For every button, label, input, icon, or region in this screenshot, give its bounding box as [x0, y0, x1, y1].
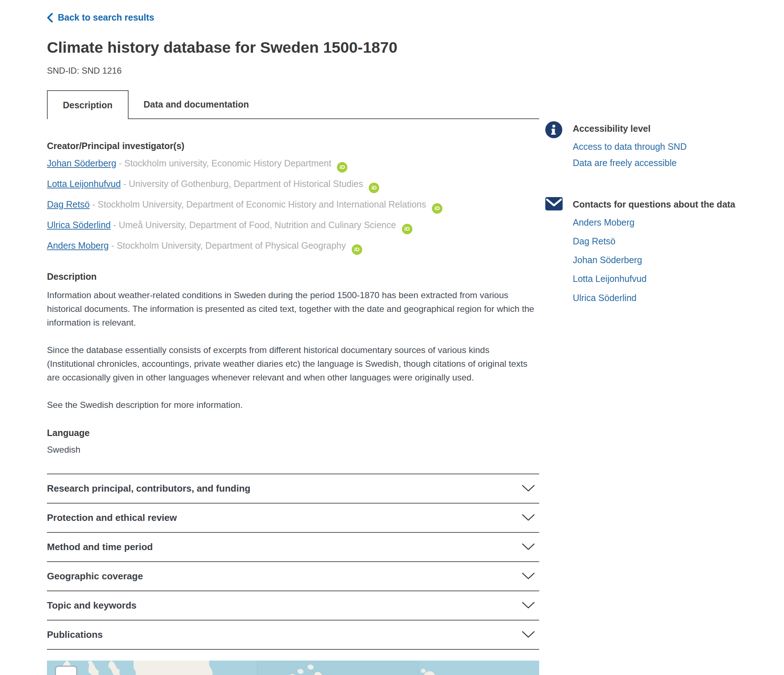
creator-link[interactable]: Ulrica Söderlind	[47, 220, 110, 230]
map-canvas	[47, 661, 539, 675]
contact-link[interactable]: Lotta Leijonhufvud	[573, 273, 735, 284]
accordion-protection-ethical-review[interactable]: Protection and ethical review	[47, 503, 539, 532]
main-content: Back to search results Climate history d…	[47, 0, 539, 675]
contacts-heading: Contacts for questions about the data	[573, 199, 735, 210]
tab-bar-filler	[264, 90, 539, 119]
accordion-research-principal[interactable]: Research principal, contributors, and fu…	[47, 473, 539, 503]
accessibility-block: Accessibility level Access to data throu…	[545, 121, 769, 174]
tab-description[interactable]: Description	[47, 90, 129, 119]
language-value: Swedish	[47, 445, 539, 455]
creator-affiliation: - Stockholm University, Department of Ec…	[92, 199, 426, 209]
page-title: Climate history database for Sweden 1500…	[47, 39, 539, 56]
map-zoom-in-button[interactable]: +	[56, 667, 76, 675]
description-paragraph: Since the database essentially consists …	[47, 343, 539, 385]
geographic-coverage-map[interactable]: + −	[47, 661, 539, 675]
access-through-snd-link[interactable]: Access to data through SND	[573, 141, 686, 152]
orcid-icon[interactable]: iD	[369, 183, 379, 193]
language-heading: Language	[47, 428, 539, 438]
language-section: Language Swedish	[47, 428, 539, 455]
accordion-method-time-period[interactable]: Method and time period	[47, 532, 539, 561]
creator-affiliation: - Umeå University, Department of Food, N…	[113, 220, 396, 230]
chevron-down-icon	[522, 514, 535, 521]
creator-affiliation: - University of Gothenburg, Department o…	[123, 178, 363, 189]
creator-row: Lotta Leijonhufvud - University of Gothe…	[47, 178, 539, 193]
orcid-icon[interactable]: iD	[432, 203, 442, 214]
description-paragraph: Information about weather-related condit…	[47, 289, 539, 330]
description-paragraph: See the Swedish description for more inf…	[47, 398, 539, 412]
chevron-down-icon	[522, 573, 535, 580]
accordion-label: Geographic coverage	[47, 571, 143, 582]
data-freely-accessible-link[interactable]: Data are freely accessible	[573, 157, 686, 169]
creator-link[interactable]: Johan Söderberg	[47, 158, 116, 168]
accordion-publications[interactable]: Publications	[47, 620, 539, 650]
creators-section: Creator/Principal investigator(s) Johan …	[47, 141, 539, 254]
description-heading: Description	[47, 272, 539, 282]
accordion-label: Publications	[47, 629, 103, 640]
tab-bar: Description Data and documentation	[47, 90, 539, 119]
chevron-down-icon	[522, 485, 535, 492]
creators-heading: Creator/Principal investigator(s)	[47, 141, 539, 151]
info-icon	[545, 121, 563, 174]
accordion-label: Method and time period	[47, 542, 153, 552]
accessibility-heading: Accessibility level	[573, 123, 686, 134]
creator-affiliation: - Stockholm University, Department of Ph…	[111, 241, 346, 250]
creator-row: Dag Retsö - Stockholm University, Depart…	[47, 199, 539, 214]
map-zoom-control: + −	[55, 666, 77, 675]
contact-link[interactable]: Johan Söderberg	[573, 254, 735, 266]
chevron-down-icon	[522, 602, 535, 609]
creator-row: Johan Söderberg - Stockholm university, …	[47, 158, 539, 172]
chevron-down-icon	[522, 631, 535, 639]
orcid-icon[interactable]: iD	[352, 244, 362, 255]
contacts-content: Contacts for questions about the data An…	[573, 197, 735, 311]
back-to-search-link[interactable]: Back to search results	[47, 12, 154, 23]
chevron-down-icon	[522, 543, 535, 551]
contacts-block: Contacts for questions about the data An…	[545, 197, 769, 311]
contact-link[interactable]: Dag Retsö	[573, 236, 735, 247]
creator-link[interactable]: Dag Retsö	[47, 199, 90, 209]
accordion-topic-keywords[interactable]: Topic and keywords	[47, 591, 539, 620]
tab-data-and-documentation[interactable]: Data and documentation	[129, 90, 264, 119]
creator-affiliation: - Stockholm university, Economic History…	[119, 158, 331, 168]
contact-link[interactable]: Ulrica Söderlind	[573, 292, 735, 304]
accordion-list: Research principal, contributors, and fu…	[47, 473, 539, 650]
accordion-label: Research principal, contributors, and fu…	[47, 483, 250, 494]
orcid-icon[interactable]: iD	[402, 224, 412, 234]
creator-row: Anders Moberg - Stockholm University, De…	[47, 240, 539, 255]
back-link-label: Back to search results	[58, 12, 154, 23]
sidebar: Accessibility level Access to data throu…	[545, 121, 769, 334]
chevron-left-icon	[47, 13, 53, 22]
creator-row: Ulrica Söderlind - Umeå University, Depa…	[47, 219, 539, 234]
accessibility-content: Accessibility level Access to data throu…	[573, 121, 686, 174]
creator-link[interactable]: Anders Moberg	[47, 241, 109, 250]
creator-link[interactable]: Lotta Leijonhufvud	[47, 178, 121, 189]
orcid-icon[interactable]: iD	[337, 162, 347, 172]
accordion-label: Topic and keywords	[47, 600, 137, 611]
description-section: Description Information about weather-re…	[47, 272, 539, 412]
snd-id-label: SND-ID: SND 1216	[47, 66, 539, 76]
accordion-geographic-coverage[interactable]: Geographic coverage	[47, 561, 539, 591]
envelope-icon	[545, 197, 563, 311]
accordion-label: Protection and ethical review	[47, 512, 177, 523]
contact-link[interactable]: Anders Moberg	[573, 217, 735, 228]
